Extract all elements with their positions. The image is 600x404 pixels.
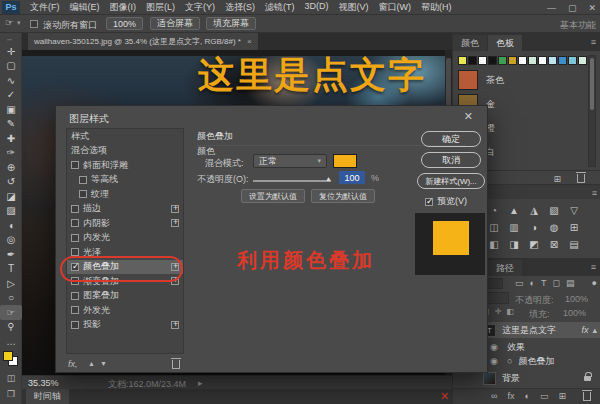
style-checkbox[interactable]	[71, 292, 79, 300]
adjustment-icon[interactable]: ◑	[528, 221, 540, 233]
style-checkbox[interactable]	[71, 234, 79, 242]
move-down-icon[interactable]: ▼	[100, 360, 107, 367]
shape-tool[interactable]: ○	[0, 291, 22, 306]
dodge-tool[interactable]: ◎	[0, 233, 22, 248]
history-brush-tool[interactable]: ↺	[0, 175, 22, 190]
style-row[interactable]: 等高线	[67, 173, 183, 188]
timeline-tab[interactable]: 时间轴	[26, 389, 69, 404]
scroll-all-windows-checkbox[interactable]	[30, 20, 38, 28]
menu-item[interactable]: 3D(D)	[305, 1, 329, 14]
adjustment-icon[interactable]: ⊠	[548, 238, 560, 250]
panel-tab[interactable]: 色板	[488, 35, 522, 51]
filter-toggle-icon[interactable]: ●	[592, 278, 597, 288]
blend-mode-select[interactable]: 正常 ▾	[253, 154, 327, 168]
swatches-scrollbar[interactable]	[588, 55, 596, 167]
pen-tool[interactable]: ✒	[0, 247, 22, 262]
foreground-color-swatch[interactable]	[3, 351, 13, 361]
overlay-color-swatch[interactable]	[333, 154, 357, 168]
dock-toggle-icon[interactable]: ↔	[6, 35, 13, 42]
visibility-eye-icon[interactable]: ◉	[487, 356, 501, 366]
menu-item[interactable]: 文件(F)	[30, 1, 60, 14]
document-tab[interactable]: wallhaven-350125.jpg @ 35.4% (这里是点文字, RG…	[28, 33, 258, 50]
menu-item[interactable]: 滤镜(T)	[265, 1, 295, 14]
color-swatch[interactable]	[568, 56, 577, 65]
heal-tool[interactable]: ✚	[0, 131, 22, 146]
style-row[interactable]: 图案叠加	[67, 289, 183, 304]
blur-tool[interactable]: ◖	[0, 218, 22, 233]
add-instance-icon[interactable]	[171, 321, 179, 329]
opacity-value-field[interactable]: 100	[339, 171, 365, 184]
filter-icon[interactable]: ◐	[530, 278, 535, 288]
effect-name[interactable]: 颜色叠加	[518, 355, 554, 368]
collapse-effects-icon[interactable]: ▴	[592, 325, 597, 335]
style-checkbox[interactable]	[71, 219, 79, 227]
close-icon[interactable]: ✕	[588, 3, 596, 13]
style-row[interactable]: 外发光	[67, 303, 183, 318]
fill-screen-button[interactable]: 填充屏幕	[206, 17, 256, 30]
style-row[interactable]: 投影	[67, 318, 183, 333]
move-tool[interactable]: ✛	[0, 44, 22, 59]
color-swatch[interactable]	[508, 56, 517, 65]
zoom-100-button[interactable]: 100%	[106, 17, 143, 30]
style-checkbox[interactable]	[71, 161, 79, 169]
style-checkbox[interactable]	[79, 176, 87, 184]
clone-stamp-tool[interactable]: ⊕	[0, 160, 22, 175]
hand-tool[interactable]: ☞	[0, 305, 22, 320]
minimize-icon[interactable]: —	[547, 3, 556, 13]
color-swatch[interactable]	[528, 56, 537, 65]
menu-item[interactable]: 视图(V)	[339, 1, 369, 14]
ok-button[interactable]: 确定	[421, 131, 481, 147]
color-swatch[interactable]	[518, 56, 527, 65]
style-row[interactable]: 斜面和浮雕	[67, 158, 183, 173]
filter-icon[interactable]: ◻	[552, 278, 559, 288]
eyedropper-tool[interactable]: ✎	[0, 117, 22, 132]
marquee-tool[interactable]: ▢	[0, 59, 22, 74]
color-swatch[interactable]	[488, 56, 497, 65]
layers-footer-icon[interactable]: ◐	[524, 391, 529, 401]
quick-select-tool[interactable]: ✓	[0, 88, 22, 103]
adjustment-icon[interactable]: ◧	[488, 238, 500, 250]
adjustment-icon[interactable]: ◍	[548, 221, 560, 233]
style-checkbox[interactable]	[71, 321, 79, 329]
menu-item[interactable]: 选择(S)	[225, 1, 255, 14]
style-row[interactable]: 描边	[67, 202, 183, 217]
adjustment-icon[interactable]: ▥	[508, 221, 520, 233]
adjustment-icon[interactable]: ▽	[568, 204, 580, 216]
filter-icon[interactable]: ▭	[515, 278, 524, 288]
cancel-button[interactable]: 取消	[421, 152, 481, 168]
adjustment-icon[interactable]: ◔	[488, 204, 500, 216]
color-swatch[interactable]	[558, 56, 567, 65]
adjustment-icon[interactable]: ⊞	[568, 221, 580, 233]
adjustment-icon[interactable]: ◫	[488, 221, 500, 233]
eraser-tool[interactable]: ◪	[0, 189, 22, 204]
opacity-value[interactable]: 100%	[565, 294, 588, 304]
add-instance-icon[interactable]	[171, 205, 179, 213]
visibility-eye-icon[interactable]: ◉	[487, 342, 501, 352]
gradient-tool[interactable]: ▨	[0, 204, 22, 219]
maximize-icon[interactable]: ▢	[568, 3, 577, 13]
menu-item[interactable]: 帮助(H)	[421, 1, 452, 14]
adjustment-icon[interactable]: ▤	[568, 238, 580, 250]
style-row[interactable]: 纹理	[67, 187, 183, 202]
tab-close-icon[interactable]: ×	[247, 37, 252, 46]
delete-effect-icon[interactable]	[172, 360, 180, 369]
add-instance-icon[interactable]	[171, 219, 179, 227]
menu-item[interactable]: 文字(Y)	[185, 1, 215, 14]
edit-toolbar-icon[interactable]: ⋯	[0, 339, 22, 349]
adjustment-icon[interactable]: ◩	[528, 238, 540, 250]
style-checkbox[interactable]	[71, 306, 79, 314]
style-row[interactable]: 内发光	[67, 231, 183, 246]
color-swatch[interactable]	[548, 56, 557, 65]
filter-icon[interactable]: T	[541, 278, 547, 288]
layers-footer-icon[interactable]: ∞	[491, 391, 497, 401]
style-row[interactable]: 样式	[67, 129, 183, 144]
menu-item[interactable]: 图层(L)	[146, 1, 175, 14]
fx-badge[interactable]: fx	[581, 325, 588, 335]
new-swatch-icon[interactable]: ⊞	[553, 174, 561, 184]
zoom-tool[interactable]: ⚲	[0, 320, 22, 335]
color-swatch[interactable]	[478, 56, 487, 65]
type-tool[interactable]: T	[0, 262, 22, 277]
trash-icon[interactable]	[577, 174, 585, 183]
crop-tool[interactable]: ▣	[0, 102, 22, 117]
workspace-button[interactable]: 基本功能	[560, 19, 596, 32]
